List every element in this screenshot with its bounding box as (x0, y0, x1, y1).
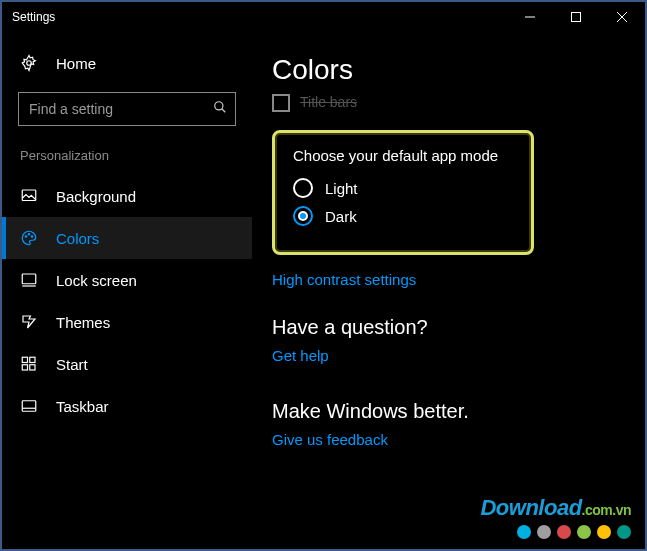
link-feedback[interactable]: Give us feedback (272, 431, 615, 448)
gear-icon (20, 54, 38, 72)
home-button[interactable]: Home (2, 44, 252, 82)
watermark-main: Download (480, 495, 581, 520)
sidebar-item-taskbar[interactable]: Taskbar (2, 385, 252, 427)
palette-icon (20, 229, 38, 247)
svg-rect-1 (572, 13, 581, 22)
radio-icon-selected (293, 206, 313, 226)
svg-rect-11 (22, 274, 36, 284)
dot-icon (597, 525, 611, 539)
checkbox-title-bars[interactable]: Title bars (272, 92, 615, 120)
svg-rect-17 (22, 401, 36, 412)
dot-icon (577, 525, 591, 539)
titlebar: Settings (2, 2, 645, 32)
window-controls (507, 2, 645, 32)
lock-screen-icon (20, 271, 38, 289)
themes-icon (20, 313, 38, 331)
dot-icon (537, 525, 551, 539)
dot-icon (557, 525, 571, 539)
radio-inner-dot (298, 211, 308, 221)
main-panel: Colors Title bars Choose your default ap… (252, 32, 645, 549)
page-title: Colors (272, 54, 615, 86)
svg-rect-13 (22, 357, 27, 362)
start-icon (20, 355, 38, 373)
link-high-contrast[interactable]: High contrast settings (272, 271, 615, 288)
sidebar-item-lock-screen[interactable]: Lock screen (2, 259, 252, 301)
nav-label: Start (56, 356, 88, 373)
svg-rect-14 (30, 357, 35, 362)
radio-dark[interactable]: Dark (293, 206, 513, 226)
svg-point-5 (215, 102, 223, 110)
radio-light[interactable]: Light (293, 178, 513, 198)
nav-label: Colors (56, 230, 99, 247)
svg-rect-16 (30, 365, 35, 370)
maximize-icon (571, 12, 581, 22)
search-icon (213, 100, 227, 118)
search-input[interactable] (29, 101, 213, 117)
radio-label: Dark (325, 208, 357, 225)
radio-label: Light (325, 180, 358, 197)
nav-label: Lock screen (56, 272, 137, 289)
close-button[interactable] (599, 2, 645, 32)
dot-icon (617, 525, 631, 539)
category-label: Personalization (2, 148, 252, 175)
svg-rect-15 (22, 365, 27, 370)
radio-icon (293, 178, 313, 198)
better-heading: Make Windows better. (272, 400, 615, 423)
watermark-brand: Download.com.vn (480, 495, 631, 521)
checkbox-label: Title bars (300, 94, 357, 110)
svg-point-8 (25, 236, 27, 238)
window-title: Settings (12, 10, 507, 24)
nav-label: Background (56, 188, 136, 205)
sidebar-item-colors[interactable]: Colors (2, 217, 252, 259)
minimize-button[interactable] (507, 2, 553, 32)
link-get-help[interactable]: Get help (272, 347, 615, 364)
image-icon (20, 187, 38, 205)
app-mode-section: Choose your default app mode Light Dark (272, 130, 534, 255)
sidebar-item-background[interactable]: Background (2, 175, 252, 217)
svg-point-9 (28, 234, 30, 236)
minimize-icon (525, 12, 535, 22)
question-heading: Have a question? (272, 316, 615, 339)
close-icon (617, 12, 627, 22)
taskbar-icon (20, 397, 38, 415)
checkbox-icon (272, 94, 290, 112)
nav-label: Taskbar (56, 398, 109, 415)
home-label: Home (56, 55, 96, 72)
watermark: Download.com.vn (480, 495, 631, 539)
sidebar-item-themes[interactable]: Themes (2, 301, 252, 343)
svg-rect-7 (22, 190, 36, 201)
sidebar: Home Personalization Background Colo (2, 32, 252, 549)
dot-icon (517, 525, 531, 539)
watermark-domain: .com.vn (582, 502, 631, 518)
app-mode-heading: Choose your default app mode (293, 147, 513, 164)
svg-point-10 (31, 236, 33, 238)
maximize-button[interactable] (553, 2, 599, 32)
svg-line-6 (222, 109, 226, 113)
nav-label: Themes (56, 314, 110, 331)
watermark-dots (480, 525, 631, 539)
sidebar-item-start[interactable]: Start (2, 343, 252, 385)
search-input-wrap[interactable] (18, 92, 236, 126)
